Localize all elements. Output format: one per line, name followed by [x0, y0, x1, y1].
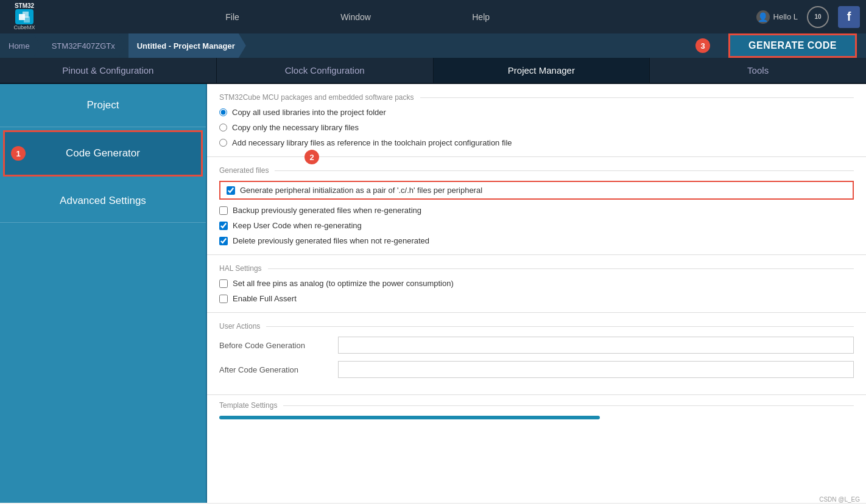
- sidebar-item-project[interactable]: Project: [0, 84, 206, 127]
- main-area: Project 1 Code Generator Advanced Settin…: [0, 84, 866, 503]
- radio-copy-necessary[interactable]: Copy only the necessary library files: [219, 123, 854, 132]
- step-2-badge: 2: [305, 150, 319, 164]
- menu-help[interactable]: Help: [460, 9, 502, 25]
- checkbox-keep-user-code-input[interactable]: [219, 222, 228, 230]
- checkbox-keep-user-code[interactable]: Keep User Code when re-generating: [219, 221, 854, 230]
- breadcrumb-home[interactable]: Home: [0, 33, 41, 58]
- checkbox-analog-pins[interactable]: Set all free pins as analog (to optimize…: [219, 279, 854, 288]
- user-icon: 👤: [756, 10, 770, 24]
- radio-add-reference[interactable]: Add necessary library files as reference…: [219, 138, 854, 147]
- logo-area: STM32 CubeMX: [6, 3, 43, 30]
- user-actions-section: User Actions Before Code Generation Afte…: [207, 313, 866, 395]
- checkbox-delete-generated-input[interactable]: [219, 237, 228, 245]
- top-right: 👤 Hello L 10 f: [756, 6, 860, 28]
- logo-cube-icon[interactable]: [15, 9, 33, 24]
- version-badge: 10: [807, 6, 829, 28]
- hal-settings-title: HAL Settings: [219, 264, 854, 273]
- generated-files-checkboxes: Generate peripheral initialization as a …: [219, 181, 854, 245]
- radio-copy-necessary-input[interactable]: [219, 124, 227, 131]
- logo-text-top: STM32: [15, 3, 34, 9]
- logo-text-bottom: CubeMX: [13, 24, 35, 30]
- user-label: Hello L: [773, 12, 798, 21]
- main-content: STM32Cube MCU packages and embedded soft…: [207, 84, 866, 503]
- after-code-gen-input[interactable]: [338, 361, 854, 378]
- breadcrumb-project[interactable]: Untitled - Project Manager: [128, 33, 246, 58]
- top-menu-bar: STM32 CubeMX File Window Help 👤 Hello L …: [0, 0, 866, 33]
- tab-bar: Pinout & Configuration Clock Configurati…: [0, 58, 866, 84]
- tab-project-manager[interactable]: Project Manager: [434, 58, 650, 83]
- after-code-gen-label: After Code Generation: [219, 365, 329, 374]
- checkbox-full-assert-input[interactable]: [219, 295, 228, 303]
- stm32cube-section: STM32Cube MCU packages and embedded soft…: [207, 84, 866, 157]
- checkbox-generate-peripheral[interactable]: Generate peripheral initialization as a …: [227, 186, 482, 195]
- sidebar-item-code-generator[interactable]: 1 Code Generator: [3, 130, 203, 177]
- sidebar-number-badge: 1: [11, 146, 26, 161]
- radio-add-reference-input[interactable]: [219, 139, 227, 147]
- stm32cube-radio-group: Copy all used libraries into the project…: [219, 108, 854, 147]
- tab-clock[interactable]: Clock Configuration: [217, 58, 434, 83]
- user-actions-title: User Actions: [219, 322, 854, 331]
- checkbox-full-assert[interactable]: Enable Full Assert: [219, 294, 854, 303]
- tab-pinout[interactable]: Pinout & Configuration: [0, 58, 217, 83]
- breadcrumb-device[interactable]: STM32F407ZGTx: [43, 33, 126, 58]
- hal-checkboxes: Set all free pins as analog (to optimize…: [219, 279, 854, 303]
- user-info: 👤 Hello L: [756, 10, 798, 24]
- generated-files-title: Generated files: [219, 166, 854, 175]
- menu-file[interactable]: File: [213, 9, 252, 25]
- template-settings-section: Template Settings: [207, 395, 866, 425]
- facebook-icon[interactable]: f: [838, 6, 860, 28]
- checkbox-generate-peripheral-input[interactable]: [227, 186, 235, 195]
- generated-files-section: Generated files 2 Generate peripheral in…: [207, 157, 866, 255]
- tab-tools[interactable]: Tools: [650, 58, 866, 83]
- stm32cube-section-title: STM32Cube MCU packages and embedded soft…: [219, 93, 854, 102]
- footer-note: CSDN @L_EG: [819, 496, 860, 503]
- breadcrumb-bar: Home STM32F407ZGTx Untitled - Project Ma…: [0, 33, 866, 58]
- checkbox-backup-input[interactable]: [219, 206, 228, 215]
- logo: STM32 CubeMX: [6, 3, 43, 30]
- checkbox-analog-pins-input[interactable]: [219, 279, 228, 288]
- checkbox-backup[interactable]: Backup previously generated files when r…: [219, 206, 854, 215]
- breadcrumb-right: 3 GENERATE CODE: [695, 33, 866, 58]
- before-code-gen-row: Before Code Generation: [219, 337, 854, 354]
- checkbox-delete-generated[interactable]: Delete previously generated files when n…: [219, 236, 854, 245]
- after-code-gen-row: After Code Generation: [219, 361, 854, 378]
- sidebar-item-advanced-settings[interactable]: Advanced Settings: [0, 180, 206, 223]
- radio-copy-all-input[interactable]: [219, 108, 227, 116]
- menu-window[interactable]: Window: [328, 9, 383, 25]
- template-progress-bar: [219, 416, 600, 419]
- step-number-badge: 3: [695, 38, 710, 53]
- svg-rect-2: [24, 16, 30, 23]
- before-code-gen-label: Before Code Generation: [219, 341, 329, 350]
- sidebar: Project 1 Code Generator Advanced Settin…: [0, 84, 207, 503]
- generate-peripheral-checkbox-box: Generate peripheral initialization as a …: [219, 181, 854, 200]
- generate-code-button[interactable]: GENERATE CODE: [728, 33, 857, 58]
- template-settings-title: Template Settings: [219, 401, 854, 410]
- before-code-gen-input[interactable]: [338, 337, 854, 354]
- menu-items: File Window Help: [175, 9, 540, 25]
- radio-copy-all[interactable]: Copy all used libraries into the project…: [219, 108, 854, 117]
- hal-settings-section: HAL Settings Set all free pins as analog…: [207, 255, 866, 313]
